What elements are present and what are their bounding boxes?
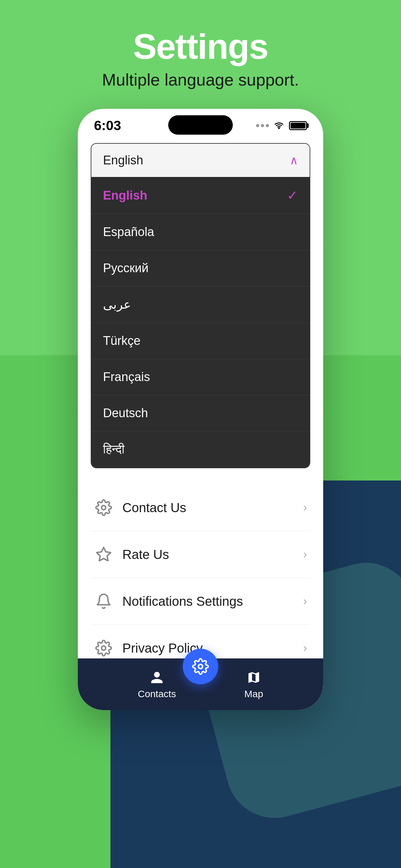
svg-point-1 — [102, 506, 106, 510]
chevron-right-icon-notif: › — [303, 594, 307, 608]
tab-bar: Contacts Map — [78, 658, 323, 710]
chevron-right-icon-contact: › — [303, 501, 307, 515]
dropdown-header[interactable]: English ∧ — [91, 144, 310, 177]
chevron-right-icon-privacy: › — [303, 641, 307, 655]
page-header: Settings Multiple language support. — [0, 0, 401, 89]
dropdown-selected-label: English — [103, 153, 143, 167]
language-option-english[interactable]: English ✓ — [91, 177, 310, 214]
dynamic-island — [168, 115, 233, 135]
settings-item-notifications[interactable]: Notifications Settings › — [91, 578, 310, 625]
page-title: Settings — [0, 26, 401, 67]
wifi-icon — [273, 121, 285, 130]
map-icon — [245, 669, 262, 686]
tab-map[interactable]: Map — [244, 669, 263, 700]
language-label-hindi: हिन्दी — [103, 442, 125, 457]
svg-point-4 — [198, 664, 203, 669]
svg-point-3 — [102, 646, 106, 650]
status-icons — [256, 121, 307, 130]
language-option-turkish[interactable]: Türkçe — [91, 323, 310, 359]
language-dropdown[interactable]: English ∧ English ✓ Española Русский عرب… — [91, 143, 310, 468]
notifications-label: Notifications Settings — [122, 594, 303, 609]
status-bar: 6:03 — [78, 109, 323, 136]
language-option-arabic[interactable]: عربى — [91, 286, 310, 323]
person-icon — [149, 669, 165, 686]
language-label-turkish: Türkçe — [103, 334, 141, 348]
chevron-up-icon: ∧ — [289, 155, 298, 166]
settings-item-contact-us[interactable]: Contact Us › — [91, 485, 310, 531]
rate-us-label: Rate Us — [122, 547, 303, 562]
svg-point-0 — [279, 128, 279, 128]
battery-icon — [289, 121, 307, 130]
language-label-russian: Русский — [103, 261, 149, 275]
phone-mockup: 6:03 English ∧ — [78, 109, 323, 710]
language-option-hindi[interactable]: हिन्दी — [91, 431, 310, 468]
svg-marker-2 — [96, 547, 111, 561]
language-option-russian[interactable]: Русский — [91, 250, 310, 286]
language-option-deutsch[interactable]: Deutsch — [91, 395, 310, 431]
language-label-french: Français — [103, 370, 150, 384]
phone-content: English ∧ English ✓ Española Русский عرب… — [78, 136, 323, 710]
language-label-arabic: عربى — [103, 298, 131, 312]
language-label-deutsch: Deutsch — [103, 406, 148, 420]
privacy-policy-label: Privacy Policy — [122, 641, 303, 655]
chevron-right-icon-rate: › — [303, 548, 307, 561]
gear-icon-contact — [94, 498, 113, 517]
page-subtitle: Multiple language support. — [0, 70, 401, 89]
status-time: 6:03 — [94, 118, 121, 133]
settings-list: Contact Us › Rate Us › — [91, 485, 310, 671]
signal-icon — [256, 124, 269, 127]
dropdown-list: English ✓ Española Русский عربى Türkçe F… — [91, 177, 310, 468]
bell-icon — [94, 592, 113, 611]
language-option-espanola[interactable]: Española — [91, 214, 310, 250]
gear-icon-privacy — [94, 639, 113, 658]
tab-contacts[interactable]: Contacts — [138, 669, 176, 700]
contact-us-label: Contact Us — [122, 500, 303, 515]
language-option-french[interactable]: Français — [91, 359, 310, 395]
map-tab-label: Map — [244, 688, 263, 700]
fab-settings-button[interactable] — [183, 649, 218, 684]
language-label-english: English — [103, 189, 147, 203]
star-icon — [94, 545, 113, 564]
settings-item-rate-us[interactable]: Rate Us › — [91, 531, 310, 578]
language-label-espanola: Española — [103, 225, 154, 239]
checkmark-icon: ✓ — [287, 188, 298, 203]
contacts-tab-label: Contacts — [138, 688, 176, 700]
